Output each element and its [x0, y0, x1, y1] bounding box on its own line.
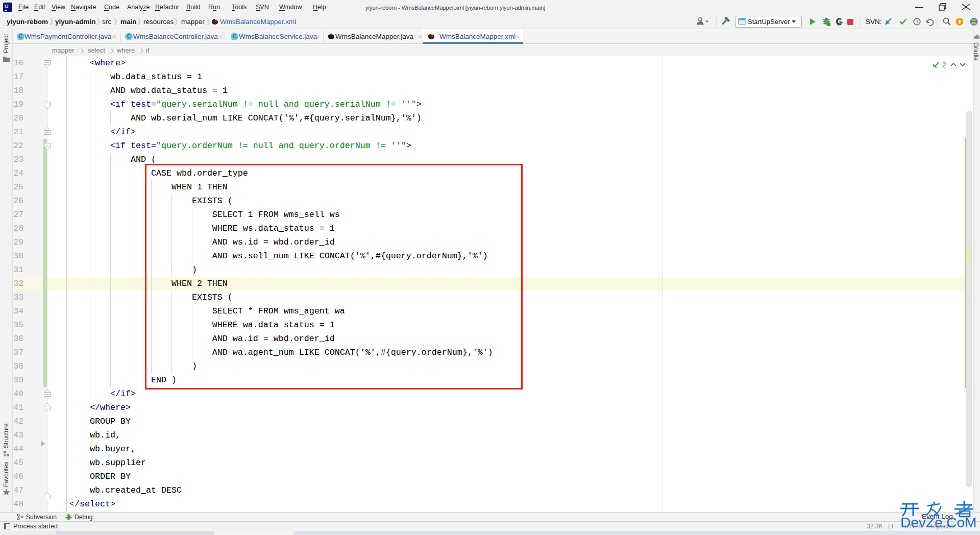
svg-text:2: 2 — [942, 61, 946, 69]
svg-text:StartUpServer: StartUpServer — [748, 18, 790, 26]
svg-text:SVN:: SVN: — [866, 18, 882, 26]
